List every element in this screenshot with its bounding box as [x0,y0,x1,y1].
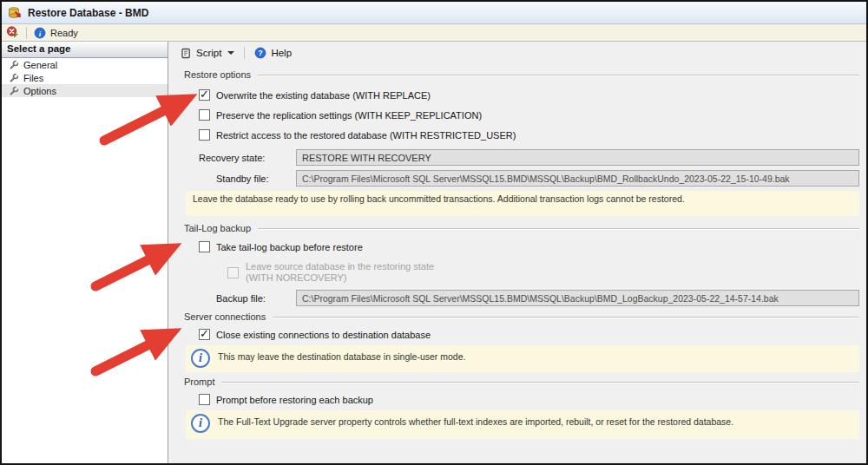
group-divider [258,228,859,229]
sidebar-item-label: Options [23,86,56,96]
backup-file-label: Backup file: [199,293,296,304]
check-mark: ✓ [200,327,209,340]
wrench-icon [9,73,19,83]
recovery-state-label: Recovery state: [199,153,296,163]
group-divider [273,317,859,318]
status-strip: i Ready [2,24,866,42]
help-button-label: Help [271,48,292,58]
recovery-note: Leave the database ready to use by rolli… [186,191,859,216]
script-button[interactable]: Script [175,46,240,61]
group-title: Restore options [184,69,251,80]
window-titlebar: Restore Database - BMD [2,2,866,24]
chevron-down-icon[interactable] [227,51,234,55]
help-icon: ? [254,47,266,59]
standby-file-row: Standby file: C:\Program Files\Microsoft… [199,170,859,187]
svg-text:?: ? [259,49,264,57]
script-button-label: Script [196,48,221,58]
group-title: Tail-Log backup [184,223,251,233]
standby-file-label: Standby file: [199,174,296,184]
group-server-connections: Server connections [184,311,859,322]
backup-file-field: C:\Program Files\Microsoft SQL Server\MS… [296,290,859,306]
window-title: Restore Database - BMD [28,7,148,19]
group-tail-log: Tail-Log backup [184,223,859,233]
sidebar-header: Select a page [2,42,168,58]
standby-file-field: C:\Program Files\Microsoft SQL Server\MS… [296,170,859,187]
divider [26,27,27,39]
check-mark: ✓ [200,88,209,101]
recovery-state-row: Recovery state: RESTORE WITH RECOVERY [199,149,859,166]
group-divider [258,75,859,75]
leave-source-label-line2: (WITH NORECOVERY) [246,272,347,283]
sidebar-item-label: General [23,60,57,70]
sidebar: Select a page General [2,42,168,463]
options-page-content: Restore options ✓ Overwrite the existing… [168,64,866,463]
group-title: Prompt [184,377,214,387]
preserve-replication-row: ✓ Preserve the replication settings (WIT… [199,108,859,122]
wrench-icon [9,60,19,70]
group-title: Server connections [184,311,266,322]
info-text: This may leave the destination database … [218,348,465,362]
leave-source-checkbox: ✓ [227,267,239,278]
sidebar-item-options[interactable]: Options [2,84,168,97]
checkbox-label: Preserve the replication settings (WITH … [216,110,482,121]
preserve-replication-checkbox[interactable]: ✓ [199,109,210,121]
take-tail-log-row: ✓ Take tail-log backup before restore [199,239,859,254]
sidebar-item-label: Files [23,73,43,83]
checkbox-label: Overwrite the existing database (WITH RE… [216,90,431,101]
server-connections-info: i This may leave the destination databas… [186,345,859,372]
leave-source-label: Leave source database in the restoring s… [246,261,434,284]
prompt-before-restore-row: ✓ Prompt before restoring each backup [199,392,859,407]
info-text: The Full-Text Upgrade server property co… [218,413,733,427]
leave-source-label-line1: Leave source database in the restoring s… [246,261,434,272]
help-button[interactable]: ? Help [249,45,297,61]
ready-info-icon: i [34,27,46,39]
backup-file-value: C:\Program Files\Microsoft SQL Server\MS… [302,293,779,304]
info-icon: i [191,414,210,433]
divider [244,47,245,59]
sidebar-item-general[interactable]: General [2,58,168,71]
recovery-state-dropdown[interactable]: RESTORE WITH RECOVERY [296,149,859,166]
restrict-access-row: ✓ Restrict access to the restored databa… [199,128,859,142]
backup-file-row: Backup file: C:\Program Files\Microsoft … [199,290,859,306]
group-divider [221,382,859,383]
wrench-icon [9,86,19,96]
main-panel: Script ? Help Restore [168,42,866,463]
restrict-access-checkbox[interactable]: ✓ [199,129,210,141]
script-help-toolbar: Script ? Help [168,42,866,64]
leave-source-row: ✓ Leave source database in the restoring… [227,261,859,284]
info-icon: i [191,349,210,368]
group-restore-options: Restore options [184,69,859,80]
overwrite-existing-row: ✓ Overwrite the existing database (WITH … [199,88,859,102]
sidebar-item-files[interactable]: Files [2,71,168,84]
checkbox-label: Close existing connections to destinatio… [216,330,431,340]
status-text: Ready [50,28,78,38]
checkbox-label: Take tail-log backup before restore [216,242,363,252]
script-icon [181,48,192,59]
error-icon[interactable] [6,26,19,39]
close-connections-checkbox[interactable]: ✓ [199,329,210,340]
close-connections-row: ✓ Close existing connections to destinat… [199,327,859,342]
restore-database-icon [8,6,22,20]
take-tail-log-checkbox[interactable]: ✓ [199,241,210,252]
recovery-state-value: RESTORE WITH RECOVERY [302,153,431,163]
prompt-before-restore-checkbox[interactable]: ✓ [199,394,210,405]
standby-file-value: C:\Program Files\Microsoft SQL Server\MS… [302,174,790,184]
restore-database-dialog: Restore Database - BMD i Ready Select a … [0,0,868,465]
checkbox-label: Restrict access to the restored database… [216,130,516,141]
overwrite-existing-checkbox[interactable]: ✓ [199,89,210,101]
full-text-upgrade-info: i The Full-Text Upgrade server property … [186,410,859,439]
group-prompt: Prompt [184,377,859,387]
checkbox-label: Prompt before restoring each backup [216,395,373,405]
